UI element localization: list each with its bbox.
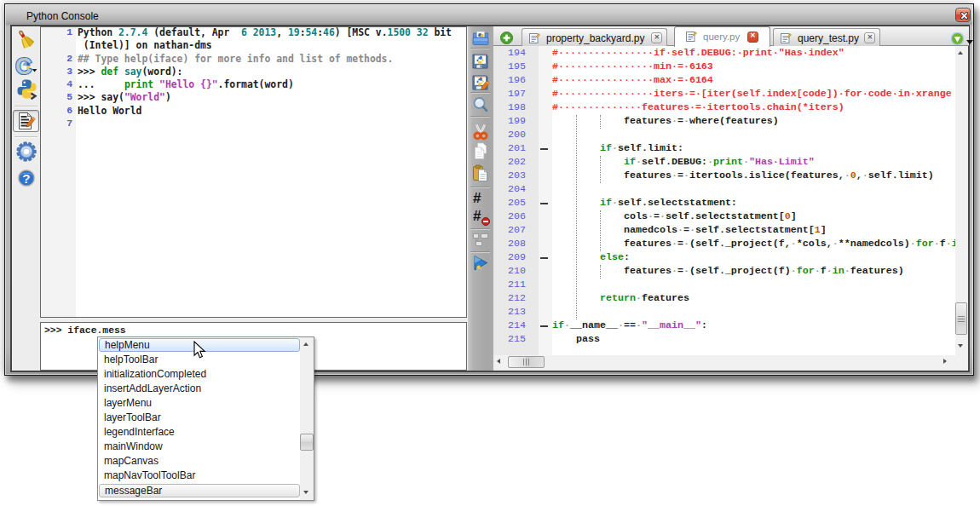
svg-text:?: ?: [22, 171, 30, 186]
